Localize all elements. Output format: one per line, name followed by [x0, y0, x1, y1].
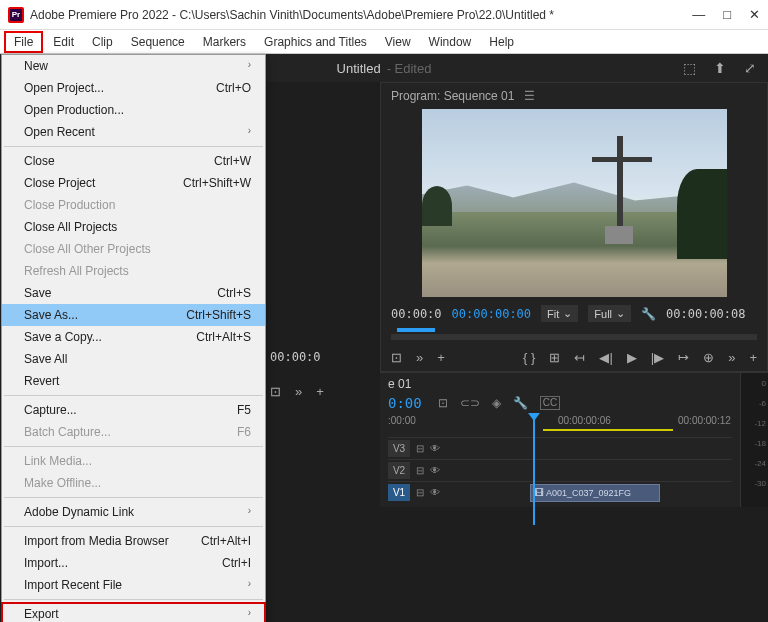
menu-view[interactable]: View	[377, 33, 419, 51]
export-icon[interactable]: ⬆	[714, 60, 726, 76]
track-label[interactable]: V2	[388, 462, 410, 479]
right-column: Program: Sequence 01 ☰ 00:00:0 00:00:00:…	[380, 82, 768, 622]
zoom-fit-select[interactable]: Fit⌄	[541, 305, 578, 322]
insert-button[interactable]: ⊡	[391, 350, 402, 365]
marker-icon[interactable]: ◈	[492, 396, 501, 410]
transport-button[interactable]: ⊕	[703, 350, 714, 365]
submenu-arrow-icon: ›	[248, 578, 251, 592]
menu-item-open-production[interactable]: Open Production...	[2, 99, 265, 121]
project-tab-state: - Edited	[387, 61, 432, 76]
menu-clip[interactable]: Clip	[84, 33, 121, 51]
eye-icon[interactable]: 👁	[430, 487, 440, 498]
cc-icon[interactable]: CC	[540, 396, 560, 410]
snap-icon[interactable]: ⊡	[438, 396, 448, 410]
playhead[interactable]	[533, 415, 535, 525]
menu-item-close[interactable]: CloseCtrl+W	[2, 150, 265, 172]
transport-button[interactable]: ⊞	[549, 350, 560, 365]
track-v1[interactable]: V1⊟👁🎞 A001_C037_0921FG	[388, 481, 732, 503]
minimize-button[interactable]: —	[692, 7, 705, 22]
transport-button[interactable]: ▶	[627, 350, 637, 365]
toggle-output-icon[interactable]: ⊟	[416, 465, 424, 476]
work-area-bar[interactable]	[543, 429, 673, 431]
fullscreen-icon[interactable]: ⤢	[744, 60, 756, 76]
insert-button[interactable]: »	[295, 384, 302, 399]
settings-icon[interactable]: 🔧	[641, 307, 656, 321]
menu-file[interactable]: File	[4, 31, 43, 53]
timecode-current[interactable]: 00:00:00:00	[452, 307, 531, 321]
sequence-tools: ⊡ ⊂⊃ ◈ 🔧 CC	[438, 396, 560, 410]
menu-item-import-from-media-browser[interactable]: Import from Media BrowserCtrl+Alt+I	[2, 530, 265, 552]
toggle-output-icon[interactable]: ⊟	[416, 443, 424, 454]
program-monitor: Program: Sequence 01 ☰ 00:00:0 00:00:00:…	[380, 82, 768, 372]
insert-button[interactable]: »	[416, 350, 423, 365]
menu-sequence[interactable]: Sequence	[123, 33, 193, 51]
quality-select[interactable]: Full⌄	[588, 305, 631, 322]
eye-icon[interactable]: 👁	[430, 465, 440, 476]
menu-item-capture[interactable]: Capture...F5	[2, 399, 265, 421]
menu-graphics-and-titles[interactable]: Graphics and Titles	[256, 33, 375, 51]
menu-edit[interactable]: Edit	[45, 33, 82, 51]
project-tab[interactable]: Untitled	[337, 61, 381, 76]
menu-item-revert[interactable]: Revert	[2, 370, 265, 392]
transport-button[interactable]: { }	[523, 350, 535, 365]
source-timecode: 00:00:0	[270, 350, 321, 364]
meter-tick: -24	[754, 459, 766, 468]
transport-button[interactable]: ↦	[678, 350, 689, 365]
insert-button[interactable]: +	[437, 350, 445, 365]
menu-window[interactable]: Window	[421, 33, 480, 51]
eye-icon[interactable]: 👁	[430, 443, 440, 454]
menu-item-adobe-dynamic-link[interactable]: Adobe Dynamic Link›	[2, 501, 265, 523]
menu-separator	[4, 599, 263, 600]
menu-item-label: Adobe Dynamic Link	[24, 505, 134, 519]
window-buttons: — □ ✕	[692, 7, 760, 22]
meter-tick: -12	[754, 419, 766, 428]
close-button[interactable]: ✕	[749, 7, 760, 22]
menu-item-make-offline: Make Offline...	[2, 472, 265, 494]
transport-button[interactable]: +	[749, 350, 757, 365]
menu-shortcut: F5	[237, 403, 251, 417]
clip[interactable]: 🎞 A001_C037_0921FG	[530, 484, 660, 502]
scrub-bar[interactable]	[391, 334, 757, 340]
playhead-indicator[interactable]	[397, 328, 435, 332]
menu-item-label: Open Production...	[24, 103, 124, 117]
menu-item-new[interactable]: New›	[2, 55, 265, 77]
new-item-icon[interactable]: ⬚	[683, 60, 696, 76]
sequence-tab[interactable]: e 01	[388, 377, 411, 391]
insert-button[interactable]: ⊡	[270, 384, 281, 399]
menu-item-save[interactable]: SaveCtrl+S	[2, 282, 265, 304]
transport-button[interactable]: ↤	[574, 350, 585, 365]
track-v3[interactable]: V3⊟👁	[388, 437, 732, 459]
wrench-icon[interactable]: 🔧	[513, 396, 528, 410]
panel-menu-icon[interactable]: ☰	[524, 89, 535, 103]
menu-item-close-project[interactable]: Close ProjectCtrl+Shift+W	[2, 172, 265, 194]
sequence-timecode[interactable]: 0:00	[388, 395, 422, 411]
timeline-ruler[interactable]: :00:0000:00:00:0600:00:00:1200:00:00	[388, 415, 732, 433]
toggle-output-icon[interactable]: ⊟	[416, 487, 424, 498]
insert-button[interactable]: +	[316, 384, 324, 399]
transport-button[interactable]: ◀|	[599, 350, 612, 365]
menu-item-open-project[interactable]: Open Project...Ctrl+O	[2, 77, 265, 99]
menu-item-save-as[interactable]: Save As...Ctrl+Shift+S	[2, 304, 265, 326]
menu-item-save-all[interactable]: Save All	[2, 348, 265, 370]
menu-item-import[interactable]: Import...Ctrl+I	[2, 552, 265, 574]
menu-item-close-all-projects[interactable]: Close All Projects	[2, 216, 265, 238]
audio-meter: 0-6-12-18-24-30	[740, 373, 768, 507]
track-label[interactable]: V3	[388, 440, 410, 457]
video-viewer[interactable]	[422, 109, 727, 297]
menu-item-open-recent[interactable]: Open Recent›	[2, 121, 265, 143]
menu-item-export[interactable]: Export›	[2, 603, 265, 622]
track-label[interactable]: V1	[388, 484, 410, 501]
link-icon[interactable]: ⊂⊃	[460, 396, 480, 410]
track-v2[interactable]: V2⊟👁	[388, 459, 732, 481]
menu-separator	[4, 146, 263, 147]
menu-item-import-recent-file[interactable]: Import Recent File›	[2, 574, 265, 596]
menu-markers[interactable]: Markers	[195, 33, 254, 51]
menu-item-label: Save As...	[24, 308, 78, 322]
transport-button[interactable]: »	[728, 350, 735, 365]
menu-help[interactable]: Help	[481, 33, 522, 51]
transport-button[interactable]: |▶	[651, 350, 664, 365]
timecode-out: 00:00:00:08	[666, 307, 745, 321]
tracks: V3⊟👁V2⊟👁V1⊟👁🎞 A001_C037_0921FG	[388, 437, 732, 503]
menu-item-save-a-copy[interactable]: Save a Copy...Ctrl+Alt+S	[2, 326, 265, 348]
maximize-button[interactable]: □	[723, 7, 731, 22]
